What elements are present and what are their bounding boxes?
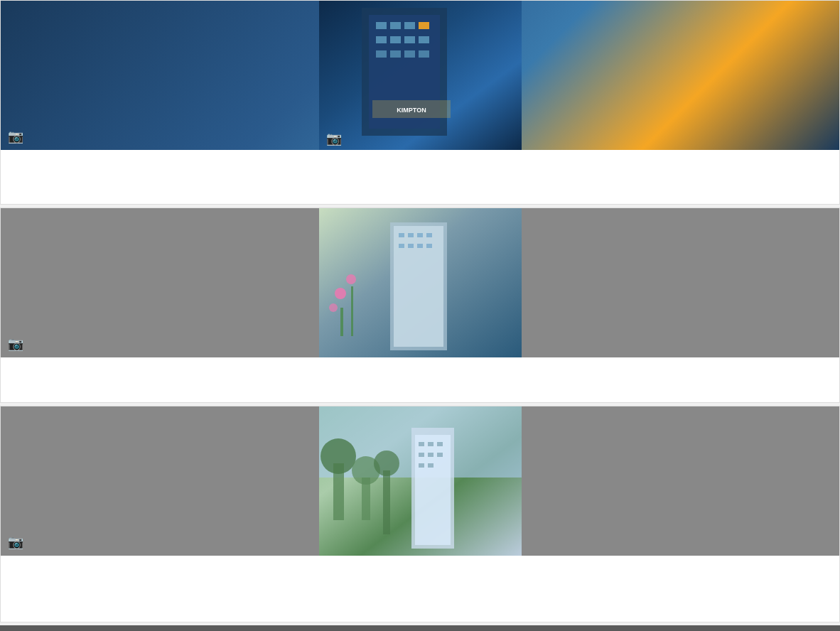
svg-rect-27 <box>399 244 404 248</box>
svg-rect-28 <box>408 244 414 248</box>
svg-rect-35 <box>351 286 353 336</box>
svg-rect-6 <box>419 22 429 29</box>
svg-rect-30 <box>426 244 432 248</box>
svg-rect-42 <box>419 442 424 446</box>
svg-rect-14 <box>419 50 429 58</box>
svg-text:📷: 📷 <box>326 131 343 146</box>
hotel-card-strings: 📷 i InterContinental The Strings Tokyo ★… <box>0 406 840 622</box>
svg-point-51 <box>321 438 356 474</box>
camera-icon-strings: 📷 <box>8 534 23 550</box>
hotel-card-intercontinental-tokyo: 📷 i InterContinental Tokyo ★★★★½ 4.3 | <box>0 207 840 403</box>
camera-icon-kimpton: 📷 <box>8 129 23 144</box>
svg-rect-24 <box>408 233 414 237</box>
svg-rect-29 <box>417 244 423 248</box>
svg-rect-44 <box>437 442 443 446</box>
svg-rect-25 <box>417 233 423 237</box>
hotel-image-kimpton: KIMPTON 📷 📷 <box>1 1 839 150</box>
svg-rect-26 <box>426 233 432 237</box>
svg-rect-46 <box>428 453 434 457</box>
svg-point-31 <box>335 288 346 299</box>
svg-point-33 <box>329 303 338 312</box>
svg-rect-47 <box>437 453 443 457</box>
svg-rect-23 <box>399 233 404 237</box>
hotel-list: KIMPTON 📷 📷 KIMPTON Kimpton Shinjuku Tok… <box>0 0 840 631</box>
svg-rect-34 <box>340 308 343 336</box>
svg-point-32 <box>346 274 356 284</box>
hotel-image-intercontinental: 📷 <box>1 208 839 357</box>
svg-rect-11 <box>376 50 387 58</box>
svg-rect-48 <box>419 463 424 468</box>
svg-text:KIMPTON: KIMPTON <box>397 107 426 114</box>
svg-rect-43 <box>428 442 434 446</box>
notification-bar: Rooms are not available for Reward Night… <box>0 625 840 631</box>
svg-rect-5 <box>404 22 415 29</box>
svg-rect-7 <box>376 36 387 43</box>
svg-point-55 <box>374 451 399 476</box>
svg-rect-10 <box>419 36 429 43</box>
svg-rect-49 <box>428 463 434 468</box>
hotel-card-kimpton: KIMPTON 📷 📷 KIMPTON Kimpton Shinjuku Tok… <box>0 0 840 205</box>
camera-icon-intercontinental: 📷 <box>8 336 23 352</box>
svg-rect-41 <box>415 435 451 545</box>
svg-rect-12 <box>390 50 401 58</box>
svg-rect-9 <box>404 36 415 43</box>
svg-rect-8 <box>390 36 401 43</box>
svg-rect-54 <box>383 470 390 534</box>
hotel-image-strings: 📷 <box>1 406 839 556</box>
svg-rect-3 <box>376 22 387 29</box>
svg-rect-13 <box>404 50 415 58</box>
svg-rect-4 <box>390 22 401 29</box>
svg-rect-45 <box>419 453 424 457</box>
